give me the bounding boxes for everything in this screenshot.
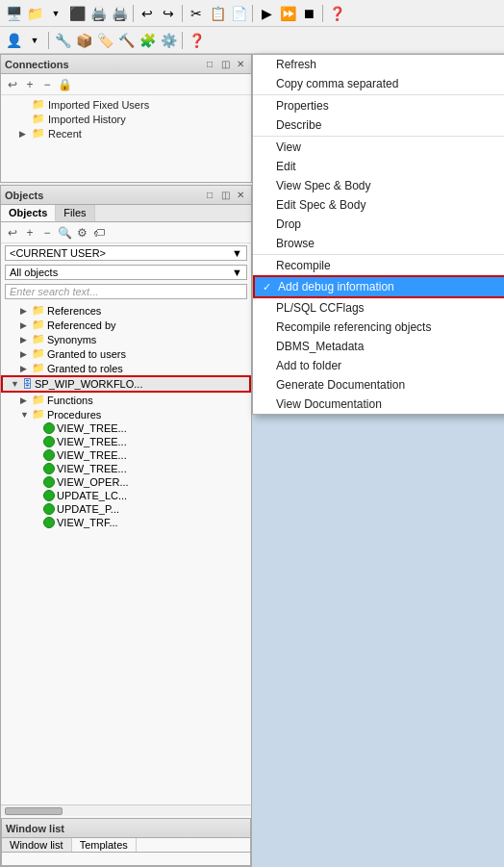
tree-row-view-tree2[interactable]: VIEW_TREE... [1, 435, 251, 448]
tool4-icon[interactable]: 🔨 [116, 31, 136, 50]
toolbar-2[interactable]: 👤 ▼ 🔧 📦 🏷️ 🔨 🧩 ⚙️ ❓ [0, 27, 504, 54]
folder-history-icon: 📁 [32, 113, 45, 125]
conn-remove-icon[interactable]: − [39, 78, 55, 91]
tool1-icon[interactable]: 🔧 [53, 31, 72, 50]
view-trf-label: VIEW_TRF... [57, 517, 118, 528]
stop-icon[interactable]: ⏹ [299, 4, 318, 23]
menu-item-view-spec[interactable]: View Spec & Body [253, 176, 504, 195]
tree-row-view-tree3[interactable]: VIEW_TREE... [1, 448, 251, 462]
menu-item-add-folder[interactable]: Add to folder ▶ [253, 356, 504, 375]
help2-icon[interactable]: ❓ [187, 31, 206, 50]
fixed-users-label: Imported Fixed Users [48, 99, 149, 111]
tree-row-synonyms[interactable]: ▶ 📁 Synonyms [1, 332, 251, 346]
checkmark-add-debug: ✓ [263, 281, 271, 293]
objects-minimize[interactable]: □ [203, 190, 216, 200]
menu-item-edit[interactable]: Edit [253, 157, 504, 176]
open-icon[interactable]: 📁 [25, 4, 44, 23]
tree-row-granted-roles[interactable]: ▶ 📁 Granted to roles [1, 361, 251, 375]
conn-lock-icon[interactable]: 🔒 [57, 78, 72, 91]
tree-row-view-oper[interactable]: VIEW_OPER... [1, 475, 251, 489]
menu-item-add-debug[interactable]: ✓ Add debug information [253, 275, 504, 298]
copy-icon[interactable]: 📋 [208, 4, 227, 23]
objects-close[interactable]: ✕ [234, 190, 247, 200]
tree-row-procedures[interactable]: ▼ 📁 Procedures [1, 407, 251, 421]
menu-item-describe[interactable]: Describe [253, 115, 504, 135]
user-dropdown[interactable]: <CURRENT USER> ▼ [5, 245, 247, 261]
tree-row-sp-wip[interactable]: ▼ 🗄 SP_WIP_WORKFLO... [1, 375, 251, 393]
close-icon[interactable]: ⬛ [67, 4, 87, 23]
connections-title: Connections [5, 59, 69, 70]
tree-row-view-trf[interactable]: VIEW_TRF... [1, 516, 251, 529]
dropdown-arrow[interactable]: ▼ [46, 4, 65, 23]
run-icon[interactable]: ▶ [257, 4, 276, 23]
tree-row-fixed-users[interactable]: 📁 Imported Fixed Users [5, 97, 247, 112]
new-icon[interactable]: 🖥️ [4, 4, 23, 23]
tree-row-granted-to[interactable]: ▶ 📁 Granted to users [1, 346, 251, 361]
tree-row-functions[interactable]: ▶ 📁 Functions [1, 393, 251, 407]
tab-files[interactable]: Files [56, 205, 94, 221]
obj-filter-icon[interactable]: ⚙ [74, 226, 89, 240]
folder-refs-icon: 📁 [32, 304, 45, 317]
print-icon[interactable]: 🖨️ [88, 4, 108, 23]
tree-row-view-tree1[interactable]: VIEW_TREE... [1, 421, 251, 435]
menu-item-view[interactable]: View [253, 138, 504, 157]
menu-item-recompile[interactable]: Recompile [253, 256, 504, 275]
tool6-icon[interactable]: ⚙️ [159, 31, 178, 50]
tree-row-refby[interactable]: ▶ 📁 Referenced by [1, 318, 251, 332]
menu-item-refresh[interactable]: Refresh [253, 55, 504, 74]
tree-row-refs[interactable]: ▶ 📁 References [1, 303, 251, 318]
conn-back-icon[interactable]: ↩ [5, 78, 20, 91]
dropdown-arrow2[interactable]: ▼ [25, 31, 44, 50]
green-circle-3 [43, 449, 55, 461]
menu-item-properties[interactable]: Properties [253, 96, 504, 115]
toolbar-1[interactable]: 🖥️ 📁 ▼ ⬛ 🖨️ 🖨️ ↩ ↪ ✂ 📋 📄 ▶ ⏩ ⏹ ❓ [0, 0, 504, 27]
tree-row-history[interactable]: 📁 Imported History [5, 112, 247, 126]
user-icon[interactable]: 👤 [4, 31, 23, 50]
menu-item-browse[interactable]: Browse [253, 234, 504, 253]
menu-item-copy-comma[interactable]: Copy comma separated [253, 74, 504, 93]
h-scrollbar-thumb[interactable] [5, 807, 63, 815]
obj-add-icon[interactable]: + [22, 226, 38, 240]
menu-item-drop[interactable]: Drop [253, 215, 504, 234]
h-scrollbar[interactable] [1, 804, 251, 816]
window-list-title: Window list [6, 823, 64, 834]
menu-item-gen-doc[interactable]: Generate Documentation [253, 375, 504, 395]
menu-item-view-doc[interactable]: View Documentation [253, 395, 504, 414]
connections-float[interactable]: ◫ [218, 59, 232, 69]
print2-icon[interactable]: 🖨️ [110, 4, 129, 23]
tab-templates[interactable]: Templates [72, 838, 137, 852]
menu-item-plsql-cc[interactable]: PL/SQL CCFlags [253, 298, 504, 318]
edit-spec-label: Edit Spec & Body [276, 198, 365, 212]
tab-objects[interactable]: Objects [1, 205, 56, 221]
tree-row-recent[interactable]: ▶ 📁 Recent [5, 126, 247, 140]
tool2-icon[interactable]: 📦 [74, 31, 93, 50]
tree-row-update-lc[interactable]: UPDATE_LC... [1, 489, 251, 502]
run2-icon[interactable]: ⏩ [278, 4, 297, 23]
menu-sep-3 [253, 254, 504, 255]
tab-window-list[interactable]: Window list [2, 838, 72, 852]
tool5-icon[interactable]: 🧩 [138, 31, 157, 50]
all-objects-dropdown[interactable]: All objects ▼ [5, 265, 247, 280]
redo-icon[interactable]: ↪ [159, 4, 178, 23]
connections-close[interactable]: ✕ [234, 59, 247, 69]
conn-add-icon[interactable]: + [22, 78, 38, 91]
search-box[interactable]: Enter search text... [5, 284, 247, 299]
menu-item-edit-spec[interactable]: Edit Spec & Body [253, 195, 504, 215]
obj-remove-icon[interactable]: − [39, 226, 55, 240]
cut-icon[interactable]: ✂ [187, 4, 206, 23]
paste-icon[interactable]: 📄 [229, 4, 248, 23]
object-tree: ▶ 📁 References ▶ 📁 Referenced by ▶ 📁 Syn… [1, 301, 251, 804]
help-icon[interactable]: ❓ [327, 4, 346, 23]
menu-item-dbms-meta[interactable]: DBMS_Metadata ▶ [253, 337, 504, 356]
obj-tag-icon[interactable]: 🏷 [91, 226, 107, 240]
obj-back-icon[interactable]: ↩ [5, 226, 20, 240]
undo-icon[interactable]: ↩ [138, 4, 157, 23]
tree-row-update-p[interactable]: UPDATE_P... [1, 502, 251, 516]
tool3-icon[interactable]: 🏷️ [95, 31, 114, 50]
objects-float[interactable]: ◫ [218, 190, 232, 200]
obj-search-icon[interactable]: 🔍 [57, 226, 72, 240]
connections-minimize[interactable]: □ [203, 59, 216, 69]
functions-label: Functions [47, 395, 93, 406]
menu-item-recompile-ref[interactable]: Recompile referencing objects [253, 318, 504, 337]
tree-row-view-tree4[interactable]: VIEW_TREE... [1, 462, 251, 475]
